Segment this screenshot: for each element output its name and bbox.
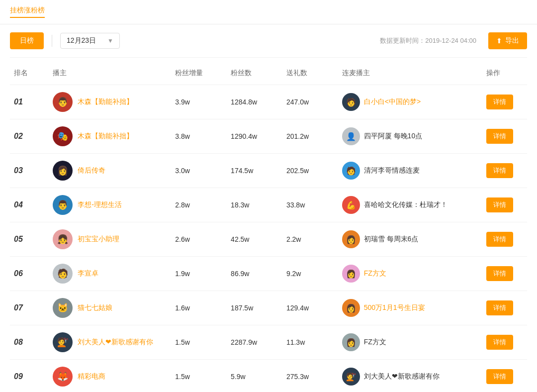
fans-total: 187.5w <box>231 304 253 312</box>
linked-streamer-cell: 👩 500万1月1号生日宴 <box>342 299 479 317</box>
linked-avatar: 💇 <box>342 368 360 386</box>
gifts-count: 201.2w <box>286 132 309 140</box>
linked-streamer-name[interactable]: FZ方文 <box>364 269 386 278</box>
streamer-name[interactable]: 初宝宝小助理 <box>78 235 119 244</box>
detail-button[interactable]: 详情 <box>486 335 513 350</box>
chevron-down-icon: ▼ <box>107 37 113 44</box>
linked-avatar: 👩 <box>342 299 360 317</box>
gifts-count: 202.5w <box>286 167 309 175</box>
main-content: 日榜 12月23日 ▼ 数据更新时间：2019-12-24 04:00 ⬆ 导出… <box>0 24 537 392</box>
linked-streamer-name[interactable]: 白小白<中国的梦> <box>364 98 421 106</box>
top-bar: 挂榜涨粉榜 <box>0 0 537 24</box>
update-time: 数据更新时间：2019-12-24 04:00 <box>380 36 476 45</box>
ranking-table: 排名 播主 粉丝增量 粉丝数 送礼数 连麦播主 操作 01 👨 木森【勤能补拙】… <box>10 62 527 392</box>
rank-number: 01 <box>14 98 23 106</box>
export-button[interactable]: ⬆ 导出 <box>488 32 527 49</box>
table-row: 01 👨 木森【勤能补拙】 3.9w1284.8w247.0w 🧑 白小白<中国… <box>10 85 527 119</box>
table-row: 06 🧑 李宣卓 1.9w86.9w9.2w 👩 FZ方文 详情 <box>10 257 527 291</box>
avatar: 💇 <box>53 332 73 352</box>
gifts-count: 275.3w <box>286 373 309 381</box>
linked-streamer-name[interactable]: 初瑞雪 每周末6点 <box>364 235 419 244</box>
linked-avatar: 👤 <box>342 127 360 145</box>
fans-total: 5.9w <box>231 373 246 381</box>
linked-streamer-name[interactable]: 喜哈哈文化传媒：杜瑞才！ <box>364 200 448 209</box>
linked-streamer-name[interactable]: FZ方文 <box>364 338 386 347</box>
detail-button[interactable]: 详情 <box>486 369 513 384</box>
table-wrapper: 排名 播主 粉丝增量 粉丝数 送礼数 连麦播主 操作 01 👨 木森【勤能补拙】… <box>10 62 527 392</box>
streamer-name[interactable]: 木森【勤能补拙】 <box>78 132 133 141</box>
table-row: 08 💇 刘大美人❤新歌感谢有你 1.5w2287.9w11.3w 👩 FZ方文… <box>10 325 527 360</box>
linked-avatar: 👩 <box>342 230 360 248</box>
avatar: 🎭 <box>53 126 73 146</box>
detail-button[interactable]: 详情 <box>486 266 513 281</box>
streamer-name[interactable]: 李想-理想生活 <box>78 200 122 209</box>
rank-number: 09 <box>14 372 23 381</box>
gifts-count: 11.3w <box>286 338 305 346</box>
rank-number: 02 <box>14 132 23 140</box>
avatar: 👧 <box>53 229 73 249</box>
linked-streamer-name[interactable]: 500万1月1号生日宴 <box>364 303 425 312</box>
linked-avatar: 👩 <box>342 333 360 351</box>
daily-button[interactable]: 日榜 <box>10 32 44 49</box>
streamer-name[interactable]: 倚后传奇 <box>78 166 105 175</box>
detail-button[interactable]: 详情 <box>486 129 513 144</box>
gifts-count: 33.8w <box>286 201 305 209</box>
avatar: 🦊 <box>53 367 73 387</box>
avatar: 👩 <box>53 161 73 181</box>
table-row: 09 🦊 精彩电商 1.5w5.9w275.3w 💇 刘大美人❤新歌感谢有你 详… <box>10 360 527 392</box>
toolbar: 日榜 12月23日 ▼ 数据更新时间：2019-12-24 04:00 ⬆ 导出 <box>10 24 527 58</box>
linked-streamer-name[interactable]: 刘大美人❤新歌感谢有你 <box>364 372 440 381</box>
fans-increase: 2.8w <box>175 201 190 209</box>
fans-increase: 1.9w <box>175 270 190 278</box>
table-row: 03 👩 倚后传奇 3.0w174.5w202.5w 🧑 清河李哥情感连麦 详情 <box>10 154 527 188</box>
gifts-count: 129.4w <box>286 304 309 312</box>
linked-streamer-name[interactable]: 四平阿厦 每晚10点 <box>364 132 422 141</box>
fans-total: 1290.4w <box>231 132 257 140</box>
streamer-name[interactable]: 刘大美人❤新歌感谢有你 <box>78 338 153 347</box>
linked-streamer-cell: 👩 初瑞雪 每周末6点 <box>342 230 479 248</box>
date-select-text: 12月23日 <box>67 36 103 45</box>
page-wrapper: 挂榜涨粉榜 日榜 12月23日 ▼ 数据更新时间：2019-12-24 04:0… <box>0 0 537 392</box>
col-gifts: 送礼数 <box>282 62 338 85</box>
detail-button[interactable]: 详情 <box>486 197 513 212</box>
gifts-count: 247.0w <box>286 98 309 106</box>
date-selector[interactable]: 12月23日 ▼ <box>60 33 120 49</box>
streamer-cell: 🧑 李宣卓 <box>53 264 167 284</box>
streamer-name[interactable]: 木森【勤能补拙】 <box>78 98 133 106</box>
rank-number: 05 <box>14 235 23 243</box>
rank-number: 04 <box>14 200 23 209</box>
linked-streamer-cell: 💪 喜哈哈文化传媒：杜瑞才！ <box>342 196 479 214</box>
col-rank: 排名 <box>10 62 49 85</box>
rank-number: 06 <box>14 269 23 278</box>
detail-button[interactable]: 详情 <box>486 232 513 247</box>
fans-increase: 3.0w <box>175 167 190 175</box>
fans-total: 18.3w <box>231 201 249 209</box>
streamer-cell: 👨 木森【勤能补拙】 <box>53 92 167 112</box>
col-streamer: 播主 <box>49 62 171 85</box>
linked-streamer-cell: 🧑 清河李哥情感连麦 <box>342 162 479 180</box>
col-fans-increase: 粉丝增量 <box>171 62 227 85</box>
avatar: 🧑 <box>53 264 73 284</box>
page-title: 挂榜涨粉榜 <box>10 6 45 18</box>
fans-increase: 3.9w <box>175 98 190 106</box>
detail-button[interactable]: 详情 <box>486 95 513 109</box>
streamer-name[interactable]: 猫七七姑娘 <box>78 303 112 312</box>
table-row: 02 🎭 木森【勤能补拙】 3.8w1290.4w201.2w 👤 四平阿厦 每… <box>10 119 527 154</box>
table-row: 04 👨 李想-理想生活 2.8w18.3w33.8w 💪 喜哈哈文化传媒：杜瑞… <box>10 188 527 222</box>
fans-total: 86.9w <box>231 270 249 278</box>
linked-avatar: 💪 <box>342 196 360 214</box>
linked-streamer-cell: 👩 FZ方文 <box>342 265 479 283</box>
table-row: 07 🐱 猫七七姑娘 1.6w187.5w129.4w 👩 500万1月1号生日… <box>10 291 527 325</box>
detail-button[interactable]: 详情 <box>486 300 513 315</box>
table-row: 05 👧 初宝宝小助理 2.6w42.5w2.2w 👩 初瑞雪 每周末6点 详情 <box>10 222 527 257</box>
streamer-name[interactable]: 精彩电商 <box>78 372 105 381</box>
streamer-cell: 👧 初宝宝小助理 <box>53 229 167 249</box>
detail-button[interactable]: 详情 <box>486 163 513 178</box>
gifts-count: 9.2w <box>286 270 301 278</box>
rank-number: 07 <box>14 303 23 312</box>
linked-streamer-name[interactable]: 清河李哥情感连麦 <box>364 166 420 175</box>
fans-increase: 1.6w <box>175 304 190 312</box>
streamer-name[interactable]: 李宣卓 <box>78 269 98 278</box>
avatar: 🐱 <box>53 298 73 318</box>
streamer-cell: 🐱 猫七七姑娘 <box>53 298 167 318</box>
